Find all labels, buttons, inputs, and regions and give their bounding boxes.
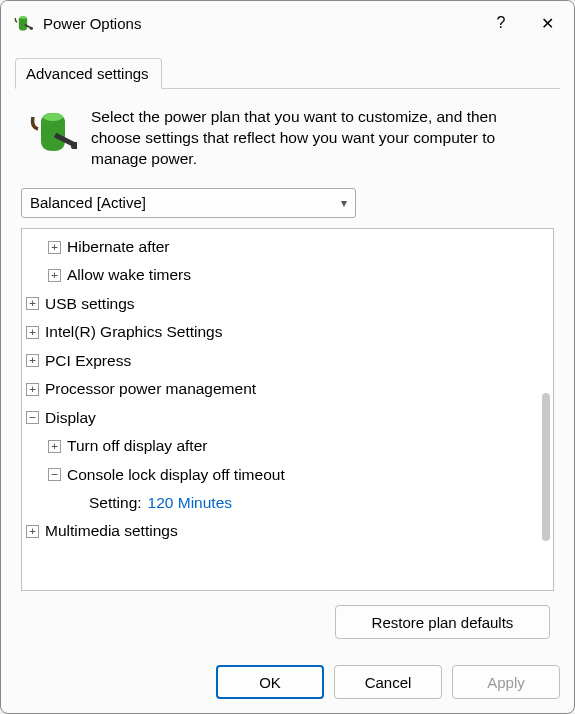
- tree-leaf-setting-value[interactable]: Setting: 120 Minutes: [26, 489, 551, 517]
- tree-label: Multimedia settings: [45, 520, 178, 542]
- tree-label: Hibernate after: [67, 236, 170, 258]
- tree-label: Intel(R) Graphics Settings: [45, 321, 222, 343]
- titlebar: Power Options ? ✕: [1, 1, 574, 45]
- tree-label: Processor power management: [45, 378, 256, 400]
- window-title: Power Options: [43, 15, 478, 32]
- tree-label: USB settings: [45, 293, 135, 315]
- tab-bar: Advanced settings: [15, 57, 560, 89]
- tree-node-turn-off-display-after[interactable]: + Turn off display after: [26, 432, 551, 460]
- intro-row: Select the power plan that you want to c…: [21, 99, 554, 188]
- tree-label: Allow wake timers: [67, 264, 191, 286]
- tree-node-processor-power[interactable]: + Processor power management: [26, 375, 551, 403]
- svg-rect-3: [71, 142, 77, 149]
- apply-button: Apply: [452, 665, 560, 699]
- tree-label: Turn off display after: [67, 435, 207, 457]
- restore-row: Restore plan defaults: [21, 591, 554, 639]
- power-plan-selected: Balanced [Active]: [30, 194, 146, 211]
- setting-label: Setting:: [89, 492, 142, 514]
- tree-label: Display: [45, 407, 96, 429]
- scrollbar-thumb[interactable]: [542, 393, 550, 541]
- power-options-window: Power Options ? ✕ Advanced settings Sele…: [0, 0, 575, 714]
- svg-point-0: [20, 16, 27, 19]
- tree-node-intel-graphics[interactable]: + Intel(R) Graphics Settings: [26, 318, 551, 346]
- minus-icon[interactable]: −: [26, 411, 39, 424]
- plus-icon[interactable]: +: [48, 440, 61, 453]
- tree-node-pci-express[interactable]: + PCI Express: [26, 347, 551, 375]
- tree-node-hibernate-after[interactable]: + Hibernate after: [26, 233, 551, 261]
- tree-node-console-lock-timeout[interactable]: − Console lock display off timeout: [26, 461, 551, 489]
- tab-panel: Select the power plan that you want to c…: [15, 89, 560, 647]
- svg-point-2: [43, 113, 63, 121]
- close-button[interactable]: ✕: [524, 3, 570, 43]
- tab-advanced-settings[interactable]: Advanced settings: [15, 58, 162, 89]
- plus-icon[interactable]: +: [26, 326, 39, 339]
- intro-text: Select the power plan that you want to c…: [91, 107, 546, 170]
- plus-icon[interactable]: +: [26, 383, 39, 396]
- help-button[interactable]: ?: [478, 3, 524, 43]
- help-icon: ?: [497, 14, 506, 32]
- tree-node-usb-settings[interactable]: + USB settings: [26, 290, 551, 318]
- restore-defaults-button[interactable]: Restore plan defaults: [335, 605, 550, 639]
- tree-label: PCI Express: [45, 350, 131, 372]
- plus-icon[interactable]: +: [26, 354, 39, 367]
- tree-label: Console lock display off timeout: [67, 464, 285, 486]
- power-plan-dropdown[interactable]: Balanced [Active] ▾: [21, 188, 356, 218]
- power-plan-large-icon: [29, 107, 77, 155]
- dialog-button-row: OK Cancel Apply: [1, 657, 574, 713]
- power-plan-icon: [13, 13, 33, 33]
- close-icon: ✕: [541, 14, 554, 33]
- plus-icon[interactable]: +: [48, 269, 61, 282]
- svg-rect-1: [30, 27, 33, 29]
- plus-icon[interactable]: +: [26, 297, 39, 310]
- ok-button[interactable]: OK: [216, 665, 324, 699]
- tree-node-display[interactable]: − Display: [26, 404, 551, 432]
- tree-node-allow-wake-timers[interactable]: + Allow wake timers: [26, 261, 551, 289]
- tree-node-multimedia[interactable]: + Multimedia settings: [26, 517, 551, 545]
- content-area: Advanced settings Select the power plan …: [1, 45, 574, 657]
- plus-icon[interactable]: +: [26, 525, 39, 538]
- setting-value-link[interactable]: 120 Minutes: [148, 492, 232, 514]
- minus-icon[interactable]: −: [48, 468, 61, 481]
- cancel-button[interactable]: Cancel: [334, 665, 442, 699]
- plus-icon[interactable]: +: [48, 241, 61, 254]
- chevron-down-icon: ▾: [341, 196, 347, 210]
- settings-tree-scroll[interactable]: + Hibernate after + Allow wake timers + …: [22, 229, 553, 590]
- settings-tree: + Hibernate after + Allow wake timers + …: [21, 228, 554, 591]
